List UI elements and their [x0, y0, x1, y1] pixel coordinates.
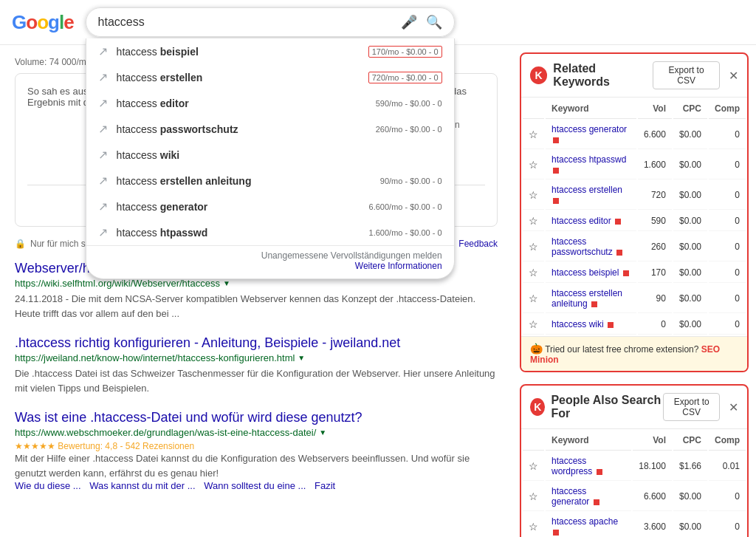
search-arrow-icon: ↗: [98, 174, 108, 188]
keyword-link[interactable]: htaccess wordpress: [551, 456, 592, 476]
kwf-logo: K: [530, 66, 547, 84]
cpc-cell: $0.00: [673, 233, 707, 261]
feedback-link[interactable]: Feedback: [458, 239, 498, 249]
search-arrow-icon: ↗: [98, 225, 108, 239]
result-title-3[interactable]: Was ist eine .htaccess-Datei und wofür w…: [15, 410, 498, 425]
star-icon[interactable]: ☆: [523, 181, 544, 210]
keyword-link[interactable]: htaccess generator: [551, 124, 627, 134]
cpc-cell: $0.00: [673, 315, 707, 335]
search-arrow-icon: ↗: [98, 96, 108, 110]
result-url-1: https://wiki.selfhtml.org/wiki/Webserver…: [15, 278, 498, 289]
table-row: ☆ htaccess erstellen anleitung 90 $0.00 …: [523, 284, 746, 313]
keyword-link[interactable]: htaccess passwortschutz: [551, 236, 613, 257]
related-keywords-title: Related Keywords: [553, 62, 653, 89]
search-arrow-icon: ↗: [98, 148, 108, 162]
autocomplete-item[interactable]: ↗ htaccess erstellen 720/mo - $0.00 - 0: [86, 64, 454, 90]
red-square-icon: [553, 168, 559, 174]
search-arrow-icon: ↗: [98, 44, 108, 58]
vol-cell: 260: [638, 233, 672, 261]
keyword-cell: htaccess generator: [546, 482, 631, 511]
result-extra-links-3: Wie du diese ... Was kannst du mit der .…: [15, 480, 498, 491]
widget-promo: 🎃 Tried our latest free chrome extension…: [521, 336, 747, 371]
autocomplete-item[interactable]: ↗ htaccess editor 590/mo - $0.00 - 0: [86, 90, 454, 116]
star-icon[interactable]: ☆: [523, 151, 544, 179]
result-title-2[interactable]: .htaccess richtig konfigurieren - Anleit…: [15, 335, 498, 351]
keyword-link[interactable]: htaccess htpasswd: [551, 154, 626, 165]
autocomplete-item[interactable]: ↗ htaccess passwortschutz 260/mo - $0.00…: [86, 116, 454, 142]
dropdown-arrow-icon: ▼: [223, 279, 230, 287]
keyword-link[interactable]: htaccess erstellen: [551, 185, 622, 195]
red-square-icon: [597, 469, 602, 475]
star-icon[interactable]: ☆: [523, 233, 544, 261]
close-related-keywords-button[interactable]: ✕: [723, 69, 738, 83]
autocomplete-item[interactable]: ↗ htaccess htpasswd 1.600/mo - $0.00 - 0: [86, 219, 454, 245]
table-row: ☆ htaccess erstellen 720 $0.00 0: [523, 181, 746, 210]
keyword-link[interactable]: htaccess erstellen anleitung: [551, 288, 622, 309]
star-col-header: [523, 99, 544, 119]
star-icon[interactable]: ☆: [523, 263, 544, 283]
star-icon[interactable]: ☆: [523, 211, 544, 231]
autocomplete-item[interactable]: ↗ htaccess wiki: [86, 142, 454, 168]
keyword-col-header: Keyword: [546, 431, 631, 451]
star-icon[interactable]: ☆: [523, 482, 544, 511]
autocomplete-stats: 260/mo - $0.00 - 0: [376, 125, 442, 134]
star-icon[interactable]: ☆: [523, 315, 544, 335]
comp-cell: 0: [709, 263, 746, 283]
more-info-link[interactable]: Weitere Informationen: [355, 261, 442, 271]
keyword-link[interactable]: htaccess beispiel: [551, 267, 619, 278]
autocomplete-dropdown: ↗ htaccess beispiel 170/mo - $0.00 - 0 ↗…: [86, 38, 455, 279]
microphone-icon[interactable]: 🎤: [401, 14, 417, 30]
keyword-cell: htaccess erstellen: [546, 181, 636, 210]
star-icon[interactable]: ☆: [523, 120, 544, 149]
keyword-link[interactable]: htaccess generator: [551, 486, 589, 507]
table-row: ☆ htaccess editor 590 $0.00 0: [523, 211, 746, 231]
table-row: ☆ htaccess wiki 0 $0.00 0: [523, 315, 746, 335]
autocomplete-item[interactable]: ↗ htaccess erstellen anleitung 90/mo - $…: [86, 168, 454, 194]
autocomplete-text: htaccess wiki: [117, 149, 436, 161]
keyword-cell: htaccess htpasswd: [546, 151, 636, 179]
red-square-icon: [553, 137, 559, 143]
export-csv-button[interactable]: Export to CSV: [653, 61, 720, 89]
people-also-table: Keyword Vol CPC Comp ☆ htaccess wordpres…: [521, 429, 747, 537]
star-rating-3: ★★★★★ Bewertung: 4,8 - 542 Rezensionen: [15, 441, 498, 451]
dropdown-arrow-icon: ▼: [319, 428, 326, 437]
table-row: ☆ htaccess generator 6.600 $0.00 0: [523, 482, 746, 511]
search-icon[interactable]: 🔍: [426, 14, 442, 30]
keyword-link[interactable]: htaccess editor: [551, 216, 611, 226]
search-bar-container: 🎤 🔍 ↗ htaccess beispiel 170/mo - $0.00 -…: [86, 7, 455, 37]
table-row: ☆ htaccess apache 3.600 $0.00 0: [523, 513, 746, 537]
keyword-link[interactable]: htaccess apache: [551, 516, 618, 527]
autocomplete-text: htaccess beispiel: [117, 46, 362, 58]
red-square-icon: [608, 322, 614, 328]
close-people-also-button[interactable]: ✕: [723, 400, 738, 414]
extra-link[interactable]: Wie du diese ...: [15, 480, 81, 491]
search-input[interactable]: [98, 16, 401, 29]
result-snippet-1: 24.11.2018 - Die mit dem NCSA-Server kom…: [15, 292, 498, 321]
related-keywords-header: K Related Keywords Export to CSV ✕: [521, 54, 747, 98]
extra-link[interactable]: Was kannst du mit der ...: [89, 480, 195, 491]
vol-cell: 18.100: [633, 452, 672, 481]
result-url-3: https://www.webschmoeker.de/grundlagen/w…: [15, 427, 498, 438]
vol-cell: 6.600: [633, 482, 672, 511]
autocomplete-footer: Unangemessene Vervollständigungen melden…: [86, 245, 454, 278]
table-row: ☆ htaccess htpasswd 1.600 $0.00 0: [523, 151, 746, 179]
extra-link[interactable]: Fazit: [315, 480, 335, 491]
keyword-cell: htaccess erstellen anleitung: [546, 284, 636, 313]
star-icon[interactable]: ☆: [523, 284, 544, 313]
autocomplete-item[interactable]: ↗ htaccess beispiel 170/mo - $0.00 - 0: [86, 38, 454, 64]
extra-link[interactable]: Wann solltest du eine ...: [204, 480, 306, 491]
autocomplete-item[interactable]: ↗ htaccess generator 6.600/mo - $0.00 - …: [86, 194, 454, 219]
keyword-link[interactable]: htaccess wiki: [551, 319, 604, 329]
red-square-icon: [591, 301, 597, 307]
star-icon[interactable]: ☆: [523, 513, 544, 537]
red-square-icon: [553, 198, 559, 204]
export-csv-button-2[interactable]: Export to CSV: [663, 393, 720, 421]
search-arrow-icon: ↗: [98, 122, 108, 136]
comp-cell: 0: [709, 120, 746, 149]
comp-cell: 0: [709, 211, 746, 231]
people-also-widget: K People Also Search For Export to CSV ✕…: [520, 384, 749, 537]
star-icon[interactable]: ☆: [523, 452, 544, 481]
autocomplete-text: htaccess passwortschutz: [117, 123, 370, 135]
report-link[interactable]: Unangemessene Vervollständigungen melden: [261, 250, 442, 261]
google-logo: Google: [12, 11, 74, 34]
